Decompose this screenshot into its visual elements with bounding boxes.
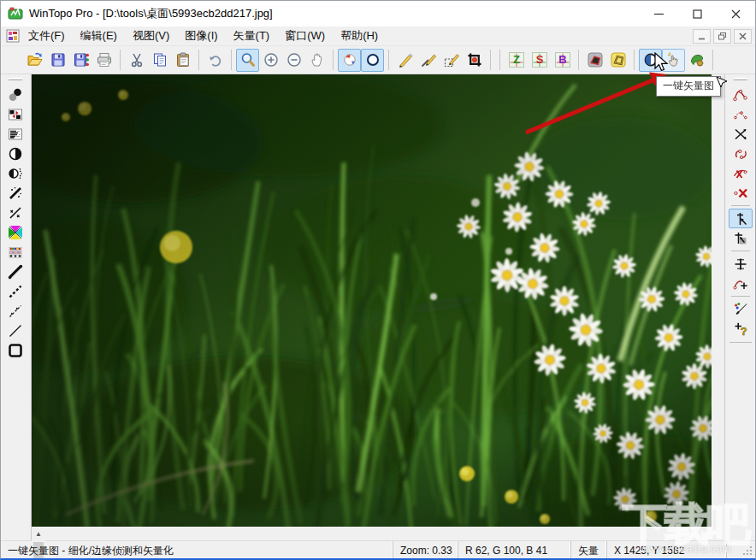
remove-marks-icon [7,204,24,221]
thick-line-button[interactable] [3,262,27,281]
palette-separator [729,342,752,343]
pencil-edit-button[interactable] [416,49,440,72]
zoom-tool-button[interactable] [236,49,259,72]
menu-window[interactable]: 窗口(W) [277,27,333,45]
undo-button[interactable] [204,49,227,72]
arrow-line-button[interactable] [3,301,27,321]
palette-grip[interactable] [9,78,22,80]
mdi-minimize-button[interactable] [693,29,711,44]
halftone-button[interactable] [3,124,27,144]
vector-view-button[interactable] [361,49,384,72]
pick-color-button[interactable] [729,299,753,319]
dotted-polyline-button[interactable] [729,104,753,124]
main-toolbar: Z S B [1,46,755,74]
palette-icon [7,244,24,261]
status-message: 一键矢量图 - 细化/边缘侦测和矢量化 [1,541,393,560]
bw-reduce-icon [7,106,24,123]
zoom-out-button[interactable] [282,49,305,72]
dashed-line-button[interactable] [3,281,27,301]
add-point-button[interactable] [729,274,753,293]
one-touch-button[interactable] [639,49,662,72]
copy-button[interactable] [148,49,171,72]
palette-separator [731,251,750,251]
move-node-icon [732,230,749,247]
edge-outline-button[interactable] [606,49,629,72]
pencil-select-icon [443,51,460,68]
open-button[interactable] [23,49,46,72]
svg-text:S: S [535,53,543,66]
pencil-icon [397,51,414,68]
rectangle-button[interactable] [3,340,27,360]
copy-icon [151,51,168,68]
vector-tool-palette: ? [724,74,755,540]
thin-line-button[interactable] [3,321,27,340]
cut-icon [128,51,145,68]
brightness-icon [7,165,24,182]
remove-marks-button[interactable] [3,203,27,222]
maximize-button[interactable] [678,1,717,27]
delete-segment-button[interactable] [729,163,753,183]
palette-button[interactable] [3,242,27,262]
thin-z-button[interactable]: Z [505,49,528,72]
paste-button[interactable] [171,49,194,72]
thin-b-button[interactable]: B [551,49,574,72]
save-as-button[interactable] [69,49,92,72]
whats-this-button[interactable]: ? [729,319,753,339]
canvas-area: ▲ ▼ ◀ ▶ [32,74,724,540]
delete-vector-button[interactable] [729,183,753,203]
edge-detect-icon [587,51,604,68]
zoom-in-button[interactable] [259,49,282,72]
add-point-icon [732,275,749,292]
save-button[interactable] [46,49,69,72]
close-button[interactable] [717,1,755,27]
brightness-button[interactable] [3,163,27,183]
menu-vector[interactable]: 矢量(T) [226,27,278,45]
menu-help[interactable]: 帮助(H) [333,27,386,45]
mdi-close-icon [739,32,747,40]
polyline-nodes-button[interactable] [729,85,753,104]
canvas-image[interactable] [32,74,712,527]
toolbar-separator [388,50,389,70]
thin-s-button[interactable]: S [528,49,551,72]
threshold-button[interactable] [3,144,27,163]
pan-button[interactable] [305,49,328,72]
palette-grip[interactable] [734,78,747,80]
print-button[interactable] [92,49,115,72]
cut-button[interactable] [125,49,148,72]
color-separate-button[interactable] [3,222,27,242]
bw-reduce-button[interactable] [3,104,27,124]
vector-cut-button[interactable] [729,124,753,144]
thin-line-icon [7,322,24,339]
status-bar: 一键矢量图 - 细化/边缘侦测和矢量化 Zoom: 0.33 R 62, G 1… [1,540,755,560]
minimize-button[interactable] [640,1,678,27]
window-title: WinTopo Pro - [D:\tools\桌面\5993ecb2dd217… [29,6,640,21]
menu-view[interactable]: 视图(V) [125,27,177,45]
raster-view-button[interactable] [338,49,361,72]
grayscale-button[interactable] [3,85,27,104]
mdi-restore-button[interactable] [713,29,731,44]
undo-icon [207,51,224,68]
pencil-button[interactable] [393,49,416,72]
move-node-button[interactable] [729,228,753,248]
menu-image[interactable]: 图像(I) [177,27,225,45]
edge-detect-button[interactable] [583,49,606,72]
thin-b-icon: B [554,51,571,68]
mdi-close-button[interactable] [734,29,752,44]
add-node-button[interactable] [729,254,753,274]
menu-file[interactable]: 文件(F) [21,27,73,45]
crop-button[interactable] [463,49,486,72]
curve-nodes-button[interactable] [729,144,753,163]
workspace: ▲ ▼ ◀ ▶ [1,74,755,540]
status-zoom: Zoom: 0.33 [393,541,458,560]
zoom-out-icon [286,51,303,68]
scroll-up-icon[interactable]: ▲ [32,527,45,540]
one-click-vector-button[interactable] [662,49,685,72]
resize-grip[interactable] [726,541,755,560]
menu-edit[interactable]: 编辑(E) [73,27,125,45]
despeckle-button[interactable] [3,183,27,203]
vector-settings-button[interactable] [685,49,708,72]
select-vector-button[interactable] [729,209,753,228]
svg-text:Z: Z [513,53,520,66]
pencil-select-button[interactable] [440,49,463,72]
grayscale-icon [7,86,24,103]
